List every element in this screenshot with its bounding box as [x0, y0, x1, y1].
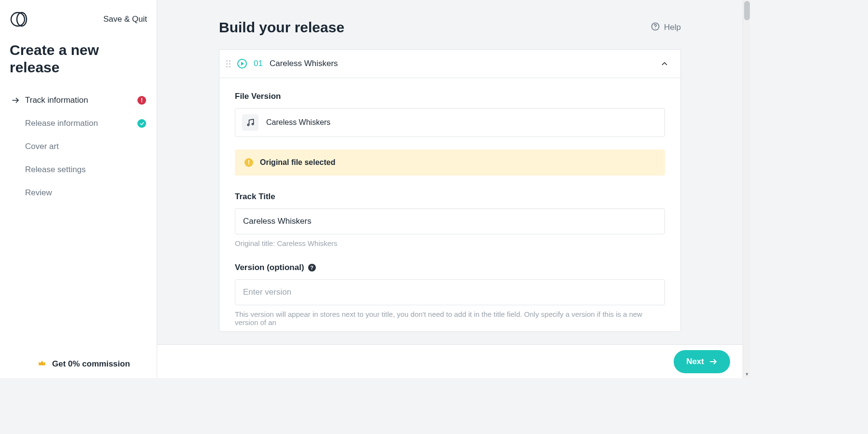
help-button[interactable]: Help — [651, 22, 681, 34]
footer: Next — [157, 344, 743, 378]
sidebar-item-left: Cover art — [11, 142, 59, 151]
next-label: Next — [686, 357, 704, 366]
svg-point-7 — [252, 123, 253, 125]
version-label: Version (optional) — [235, 263, 304, 272]
track-body: File Version Careless Whiskers ! Origina… — [219, 78, 680, 331]
window-scrollbar[interactable]: ▲ ▼ — [743, 0, 750, 378]
track-number: 01 — [254, 59, 263, 68]
sidebar-item-label: Cover art — [25, 142, 59, 151]
track-title-input[interactable] — [235, 208, 665, 234]
track-header-left: 01 Careless Whiskers — [226, 59, 338, 68]
sidebar-item-label: Release settings — [25, 165, 86, 175]
warning-text: Original file selected — [260, 158, 336, 167]
brand-logo-icon — [10, 10, 29, 29]
main-header: Build your release Help — [219, 19, 681, 36]
main-content: Build your release Help 01 — [219, 0, 681, 344]
sidebar-item-track-information[interactable]: Track information ! — [9, 89, 148, 112]
play-icon — [241, 62, 244, 66]
sidebar-item-cover-art[interactable]: Cover art — [9, 135, 148, 158]
main: Build your release Help 01 — [157, 0, 750, 378]
status-error-icon: ! — [137, 96, 146, 105]
main-scroll: Build your release Help 01 — [157, 0, 743, 344]
sidebar-item-left: Review — [11, 188, 52, 198]
drag-handle-icon[interactable] — [226, 60, 231, 68]
sidebar-item-label: Release information — [25, 119, 98, 128]
sidebar-top: Save & Quit — [0, 0, 157, 35]
version-input[interactable] — [235, 279, 665, 305]
track-title-label: Track Title — [235, 192, 665, 202]
chevron-up-icon — [660, 59, 669, 68]
track-header[interactable]: 01 Careless Whiskers — [219, 50, 680, 78]
commission-label: Get 0% commission — [52, 359, 130, 369]
sidebar-item-label: Track information — [25, 95, 88, 105]
sidebar-item-review[interactable]: Review — [9, 181, 148, 204]
page-title: Build your release — [219, 19, 344, 36]
sidebar-item-release-settings[interactable]: Release settings — [9, 158, 148, 181]
file-name: Careless Whiskers — [266, 118, 330, 127]
info-icon[interactable]: ? — [308, 264, 316, 271]
scroll-thumb[interactable] — [744, 1, 750, 20]
version-hint: This version will appear in stores next … — [235, 310, 665, 326]
sidebar-item-label: Review — [25, 188, 52, 198]
track-name: Careless Whiskers — [270, 59, 338, 68]
help-label: Help — [664, 23, 681, 32]
scroll-down-icon[interactable]: ▼ — [743, 370, 750, 378]
sidebar-nav: Track information ! Release information … — [0, 89, 157, 204]
sidebar: Save & Quit Create a new release Track i… — [0, 0, 157, 378]
sidebar-item-left: Release settings — [11, 165, 86, 175]
sidebar-title: Create a new release — [0, 35, 157, 89]
arrow-right-icon — [709, 357, 718, 366]
svg-point-6 — [247, 124, 249, 125]
save-and-quit-button[interactable]: Save & Quit — [103, 14, 147, 24]
warning-icon: ! — [244, 158, 253, 167]
crown-icon — [38, 359, 46, 369]
file-version-label: File Version — [235, 92, 665, 101]
warning-banner: ! Original file selected — [235, 149, 665, 176]
file-version-box[interactable]: Careless Whiskers — [235, 108, 665, 137]
track-card: 01 Careless Whiskers File Version Carele… — [219, 49, 681, 332]
play-button[interactable] — [237, 59, 247, 68]
sidebar-item-left: Track information — [11, 95, 88, 105]
sidebar-item-left: Release information — [11, 119, 98, 128]
sidebar-item-release-information[interactable]: Release information — [9, 112, 148, 135]
version-label-row: Version (optional) ? — [235, 263, 665, 272]
collapse-toggle[interactable] — [659, 58, 670, 69]
commission-link[interactable]: Get 0% commission — [38, 359, 130, 369]
next-button[interactable]: Next — [674, 350, 730, 373]
svg-point-5 — [655, 28, 655, 28]
arrow-right-icon — [11, 95, 20, 105]
status-ok-icon — [137, 119, 146, 128]
track-title-hint: Original title: Careless Whiskers — [235, 239, 665, 247]
help-icon — [651, 22, 660, 34]
music-file-icon — [242, 114, 258, 131]
